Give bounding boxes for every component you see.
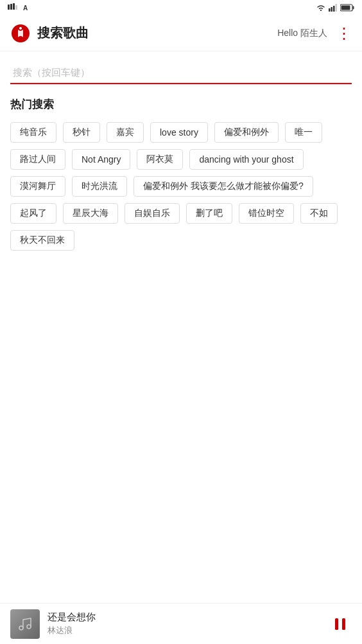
hot-search-tag[interactable]: 起风了 bbox=[10, 203, 56, 224]
hot-search-tag[interactable]: 自娱自乐 bbox=[125, 203, 180, 224]
hot-search-tag[interactable]: 不如 bbox=[300, 203, 338, 224]
tags-container: 纯音乐秒针嘉宾love story偏爱和例外唯一路过人间Not Angry阿衣莫… bbox=[10, 122, 352, 251]
hot-search-tag[interactable]: 路过人间 bbox=[10, 149, 65, 170]
sim-icon: A bbox=[23, 4, 28, 12]
album-art[interactable] bbox=[10, 609, 40, 639]
hot-search-tag[interactable]: dancing with your ghost bbox=[189, 149, 303, 170]
top-bar-left: 搜索歌曲 bbox=[10, 23, 89, 44]
hot-search-tag[interactable]: 偏爱和例外 bbox=[214, 122, 279, 143]
battery-icon bbox=[340, 4, 354, 12]
wifi-icon bbox=[316, 4, 326, 12]
svg-rect-8 bbox=[336, 4, 338, 12]
hot-search-title: 热门搜索 bbox=[10, 97, 352, 112]
hot-search-tag[interactable]: 漠河舞厅 bbox=[10, 176, 65, 197]
hot-search-section: 热门搜索 纯音乐秒针嘉宾love story偏爱和例外唯一路过人间Not Ang… bbox=[0, 84, 362, 251]
hot-search-tag[interactable]: 纯音乐 bbox=[10, 122, 56, 143]
status-bar-left: A bbox=[8, 3, 28, 13]
menu-button[interactable]: ⋮ bbox=[336, 24, 352, 42]
svg-point-15 bbox=[27, 625, 31, 629]
hot-search-tag[interactable]: 删了吧 bbox=[186, 203, 232, 224]
search-input[interactable] bbox=[10, 62, 352, 84]
top-bar-right: Hello 陌生人 ⋮ bbox=[277, 24, 352, 42]
hot-search-tag[interactable]: 阿衣莫 bbox=[137, 149, 183, 170]
hot-search-tag[interactable]: 秋天不回来 bbox=[10, 230, 74, 251]
status-bar: A bbox=[0, 0, 362, 15]
hot-search-tag[interactable]: 错位时空 bbox=[239, 203, 294, 224]
svg-rect-6 bbox=[331, 7, 333, 12]
hot-search-tag[interactable]: 嘉宾 bbox=[107, 122, 144, 143]
music-note-icon bbox=[17, 616, 33, 632]
player-song-title: 还是会想你 bbox=[47, 611, 321, 623]
svg-rect-3 bbox=[15, 5, 17, 10]
pause-icon bbox=[331, 615, 349, 633]
bottom-player: 还是会想你 林达浪 bbox=[0, 603, 362, 644]
hot-search-tag[interactable]: 星辰大海 bbox=[63, 203, 118, 224]
status-bar-right bbox=[316, 4, 354, 12]
svg-rect-5 bbox=[329, 8, 331, 12]
greeting-text: Hello 陌生人 bbox=[277, 28, 327, 39]
svg-rect-7 bbox=[333, 6, 335, 12]
time-display bbox=[8, 3, 19, 13]
svg-rect-17 bbox=[342, 618, 345, 630]
hot-search-tag[interactable]: 时光洪流 bbox=[72, 176, 127, 197]
svg-rect-0 bbox=[8, 4, 10, 10]
player-info: 还是会想你 林达浪 bbox=[47, 611, 321, 636]
hot-search-tag[interactable]: 偏爱和例外 我该要怎么做才能被你偏爱? bbox=[134, 176, 313, 197]
hot-search-tag[interactable]: love story bbox=[150, 122, 208, 143]
hot-search-tag[interactable]: Not Angry bbox=[72, 149, 130, 170]
svg-point-4 bbox=[320, 10, 322, 11]
svg-rect-11 bbox=[341, 6, 350, 10]
svg-point-14 bbox=[19, 626, 23, 630]
svg-rect-10 bbox=[353, 6, 354, 10]
search-area bbox=[0, 51, 362, 84]
top-bar: 搜索歌曲 Hello 陌生人 ⋮ bbox=[0, 15, 362, 51]
signal-icon bbox=[329, 4, 338, 12]
svg-rect-16 bbox=[335, 618, 338, 630]
svg-rect-1 bbox=[10, 4, 12, 10]
play-pause-button[interactable] bbox=[329, 613, 352, 636]
player-controls bbox=[329, 613, 352, 636]
svg-rect-2 bbox=[13, 3, 15, 10]
hot-search-tag[interactable]: 唯一 bbox=[285, 122, 322, 143]
app-logo bbox=[10, 23, 31, 44]
player-artist: 林达浪 bbox=[47, 625, 321, 636]
page-title: 搜索歌曲 bbox=[37, 24, 89, 42]
hot-search-tag[interactable]: 秒针 bbox=[63, 122, 100, 143]
